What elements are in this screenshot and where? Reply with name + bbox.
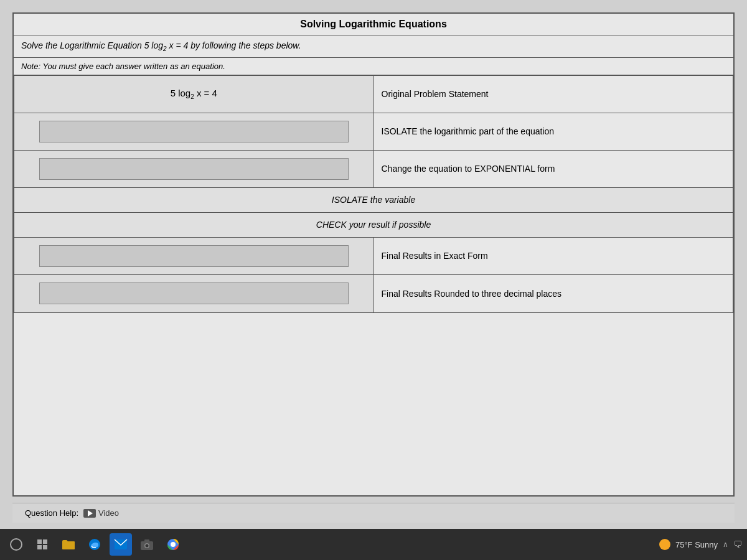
exact-form-input[interactable] bbox=[39, 245, 349, 267]
isolate-log-label: ISOLATE the logarithmic part of the equa… bbox=[374, 113, 733, 150]
notification-icon[interactable]: 🗨 bbox=[733, 539, 742, 549]
taskbar-icon-folder[interactable] bbox=[57, 533, 80, 556]
mail-icon bbox=[114, 539, 128, 550]
isolate-log-input-cell[interactable] bbox=[14, 113, 374, 150]
math-display-cell: 5 log2 x = 4 bbox=[14, 76, 374, 113]
video-link[interactable]: Video bbox=[83, 508, 119, 518]
taskbar-icon-chrome[interactable] bbox=[162, 533, 184, 556]
table-row: ISOLATE the variable bbox=[14, 188, 733, 213]
isolate-log-text: ISOLATE the logarithmic part of the equa… bbox=[382, 126, 555, 136]
camera-icon bbox=[140, 538, 154, 551]
svg-rect-3 bbox=[43, 545, 47, 549]
table-row: Final Results in Exact Form bbox=[14, 238, 733, 275]
exponential-label: Change the equation to EXPONENTIAL form bbox=[374, 151, 733, 187]
worksheet-title: Solving Logarithmic Equations bbox=[14, 14, 733, 35]
svg-point-8 bbox=[146, 544, 149, 548]
rounded-text: Final Results Rounded to three decimal p… bbox=[382, 289, 562, 299]
table-row: CHECK your result if possible bbox=[14, 213, 733, 238]
taskbar-icon-mail[interactable] bbox=[110, 533, 132, 556]
play-triangle bbox=[88, 510, 93, 516]
original-problem-label: Original Problem Statement bbox=[374, 76, 733, 113]
taskbar-icon-snap[interactable] bbox=[31, 533, 54, 556]
svg-point-11 bbox=[171, 542, 176, 547]
check-result-text: CHECK your result if possible bbox=[316, 220, 431, 230]
start-button[interactable] bbox=[5, 533, 27, 556]
rounded-input-cell[interactable] bbox=[14, 275, 374, 312]
note-line: Note: You must give each answer written … bbox=[14, 58, 733, 75]
worksheet-table: 5 log2 x = 4 Original Problem Statement … bbox=[14, 75, 733, 313]
isolate-log-input[interactable] bbox=[39, 121, 349, 142]
isolate-variable-text: ISOLATE the variable bbox=[332, 195, 415, 205]
exponential-text: Change the equation to EXPONENTIAL form bbox=[382, 164, 555, 174]
exponential-input-cell[interactable] bbox=[14, 151, 374, 187]
rounded-input[interactable] bbox=[39, 282, 349, 304]
video-icon bbox=[83, 509, 96, 518]
taskbar: 75°F Sunny ∧ 🗨 bbox=[0, 529, 747, 560]
svg-rect-0 bbox=[37, 539, 42, 544]
exact-form-text: Final Results in Exact Form bbox=[382, 251, 488, 261]
question-help-label: Question Help: bbox=[25, 508, 78, 518]
chrome-icon bbox=[166, 538, 180, 551]
bottom-bar: Question Help: Video bbox=[12, 503, 735, 523]
check-result-cell: CHECK your result if possible bbox=[14, 213, 733, 237]
main-content: Solving Logarithmic Equations Solve the … bbox=[0, 0, 747, 529]
snap-icon bbox=[36, 538, 49, 551]
isolate-variable-cell: ISOLATE the variable bbox=[14, 188, 733, 212]
svg-rect-2 bbox=[37, 545, 42, 549]
problem-statement: Solve the Logarithmic Equation 5 log2 x … bbox=[14, 35, 733, 58]
weather-text: 75°F Sunny bbox=[675, 540, 718, 549]
taskbar-icon-camera[interactable] bbox=[136, 533, 158, 556]
table-row: Change the equation to EXPONENTIAL form bbox=[14, 151, 733, 188]
table-row: Final Results Rounded to three decimal p… bbox=[14, 275, 733, 312]
table-row: ISOLATE the logarithmic part of the equa… bbox=[14, 113, 733, 151]
worksheet-container: Solving Logarithmic Equations Solve the … bbox=[12, 12, 735, 497]
original-problem-text: Original Problem Statement bbox=[382, 89, 489, 99]
exact-form-input-cell[interactable] bbox=[14, 238, 374, 274]
original-equation: 5 log2 x = 4 bbox=[171, 88, 217, 100]
edge-icon bbox=[88, 538, 101, 551]
exponential-input[interactable] bbox=[39, 158, 349, 180]
svg-rect-1 bbox=[43, 539, 47, 544]
rounded-label: Final Results Rounded to three decimal p… bbox=[374, 275, 733, 312]
video-label[interactable]: Video bbox=[98, 508, 119, 518]
chevron-up-icon[interactable]: ∧ bbox=[723, 540, 728, 549]
exact-form-label: Final Results in Exact Form bbox=[374, 238, 733, 274]
taskbar-icon-edge[interactable] bbox=[83, 533, 106, 556]
taskbar-right: 75°F Sunny ∧ 🗨 bbox=[659, 539, 742, 550]
folder-icon bbox=[62, 539, 75, 550]
table-row: 5 log2 x = 4 Original Problem Statement bbox=[14, 76, 733, 113]
start-circle-icon bbox=[10, 538, 22, 551]
svg-rect-9 bbox=[144, 539, 149, 542]
weather-icon bbox=[659, 539, 670, 550]
